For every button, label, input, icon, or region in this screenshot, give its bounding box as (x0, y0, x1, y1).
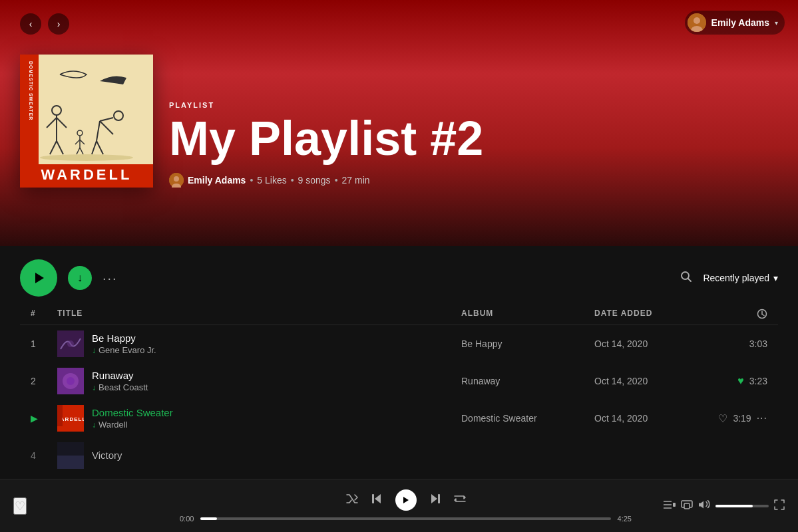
table-row[interactable]: 2 Runaway ↓ Beast Coastt Runaway Oct 14,… (20, 362, 778, 400)
back-button[interactable]: ‹ (20, 13, 41, 35)
meta-dot-3: • (335, 175, 338, 186)
forward-button[interactable]: › (48, 13, 69, 35)
player-bar: ♡ (0, 479, 798, 532)
table-row[interactable]: 1 Be Happy ↓ Gene Evaro Jr. Be Happy Oct… (20, 325, 778, 362)
track-thumbnail (57, 442, 84, 469)
player-play-button[interactable] (395, 489, 417, 511)
player-like-button[interactable]: ♡ (13, 497, 27, 515)
playlist-details: PLAYLIST My Playlist #2 Emily Adams • 5 … (169, 101, 778, 188)
player-center: 0:00 4:25 (180, 489, 632, 523)
more-options-button[interactable]: ··· (102, 271, 118, 286)
svg-rect-44 (57, 456, 84, 469)
playlist-title: My Playlist #2 (169, 114, 778, 162)
track-info: Victory (57, 442, 461, 469)
col-title: TITLE (57, 309, 461, 319)
volume-fill (715, 505, 753, 507)
downloaded-icon: ↓ (92, 420, 96, 430)
track-album: Domestic Sweater (461, 413, 594, 424)
nav-buttons: ‹ › (20, 13, 778, 35)
track-name-artist: Runaway ↓ Beast Coastt (92, 370, 148, 392)
queue-button[interactable] (664, 500, 676, 511)
track-artist: ↓ Gene Evaro Jr. (92, 345, 156, 355)
track-more-button[interactable]: ··· (757, 412, 767, 424)
track-date-added: Oct 14, 2020 (594, 376, 714, 386)
track-table: # TITLE ALBUM DATE ADDED 1 (0, 303, 798, 474)
player-controls (346, 489, 466, 511)
svg-line-31 (688, 278, 692, 281)
meta-dot-2: • (291, 175, 294, 186)
total-time: 4:25 (618, 515, 632, 523)
track-album: Runaway (461, 376, 594, 386)
track-artist: ↓ Wardell (92, 420, 173, 430)
svg-text:WARDELL: WARDELL (41, 166, 132, 183)
track-thumbnail (57, 331, 84, 357)
volume-bar[interactable] (715, 505, 769, 507)
svg-rect-45 (372, 494, 374, 503)
track-info: WARDELL Domestic Sweater ↓ Wardell (57, 405, 461, 432)
track-name: Domestic Sweater (92, 407, 173, 418)
table-row[interactable]: ▶ WARDELL Domestic Sweater ↓ Wardell Dom… (20, 400, 778, 437)
devices-button[interactable] (681, 500, 693, 511)
progress-bar[interactable] (200, 517, 610, 520)
svg-point-28 (174, 176, 179, 182)
track-date-added: Oct 14, 2020 (594, 413, 714, 424)
liked-icon: ♥ (737, 375, 744, 387)
svg-point-1 (694, 17, 700, 24)
volume-button[interactable] (698, 500, 710, 511)
col-date: DATE ADDED (594, 309, 714, 319)
col-num: # (31, 309, 57, 319)
recently-played-chevron-icon: ▾ (773, 273, 778, 283)
playlist-info: DOMESTIC SWEATER (20, 55, 778, 188)
avatar (688, 13, 706, 32)
track-name: Be Happy (92, 332, 156, 344)
shuffle-button[interactable] (346, 494, 358, 506)
track-album: Be Happy (461, 338, 594, 349)
svg-line-34 (762, 315, 764, 316)
controls-bar: ↓ ··· Recently played ▾ (0, 246, 798, 303)
meta-owner-name: Emily Adams (188, 175, 246, 186)
track-name-artist: Be Happy ↓ Gene Evaro Jr. (92, 332, 156, 355)
recently-played-button[interactable]: Recently played ▾ (703, 273, 778, 283)
search-button[interactable] (680, 271, 692, 286)
col-album: ALBUM (461, 309, 594, 319)
playlist-type-label: PLAYLIST (169, 101, 778, 109)
track-thumbnail (57, 368, 84, 394)
playlist-cover: DOMESTIC SWEATER (20, 55, 153, 188)
track-name: Runaway (92, 370, 148, 381)
meta-avatar (169, 173, 184, 188)
track-duration: 3:03 (714, 338, 767, 349)
svg-point-36 (67, 340, 74, 347)
track-number: ▶ (31, 413, 57, 424)
player-right (638, 499, 785, 512)
fullscreen-button[interactable] (774, 499, 785, 512)
svg-point-39 (67, 377, 75, 385)
track-number: 1 (31, 338, 57, 349)
play-button[interactable] (20, 259, 57, 297)
download-button[interactable]: ↓ (68, 266, 92, 290)
track-name-artist: Victory (92, 450, 122, 462)
current-time: 0:00 (180, 515, 194, 523)
track-name-artist: Domestic Sweater ↓ Wardell (92, 407, 173, 430)
downloaded-icon: ↓ (92, 383, 96, 392)
play-icon (403, 497, 409, 503)
track-number: 4 (31, 450, 57, 461)
svg-rect-46 (438, 494, 440, 503)
controls-right: Recently played ▾ (680, 271, 778, 286)
next-button[interactable] (430, 493, 441, 507)
track-thumbnail: WARDELL (57, 405, 84, 432)
table-row[interactable]: 4 Victory (20, 437, 778, 474)
svg-point-24 (40, 154, 133, 161)
downloaded-icon: ↓ (92, 346, 96, 355)
repeat-button[interactable] (454, 494, 466, 506)
meta-dot-1: • (250, 175, 253, 186)
previous-button[interactable] (371, 493, 382, 507)
user-name-label: Emily Adams (711, 17, 769, 28)
playlist-meta: Emily Adams • 5 Likes • 9 songs • 27 min (169, 173, 778, 188)
col-duration (714, 309, 767, 319)
track-duration: ♡ 3:19 ··· (714, 412, 767, 425)
recently-played-label: Recently played (703, 273, 769, 283)
track-artist: ↓ Beast Coastt (92, 382, 148, 392)
like-button[interactable]: ♡ (718, 412, 727, 425)
download-icon: ↓ (77, 272, 83, 284)
user-profile[interactable]: Emily Adams ▾ (685, 11, 785, 35)
